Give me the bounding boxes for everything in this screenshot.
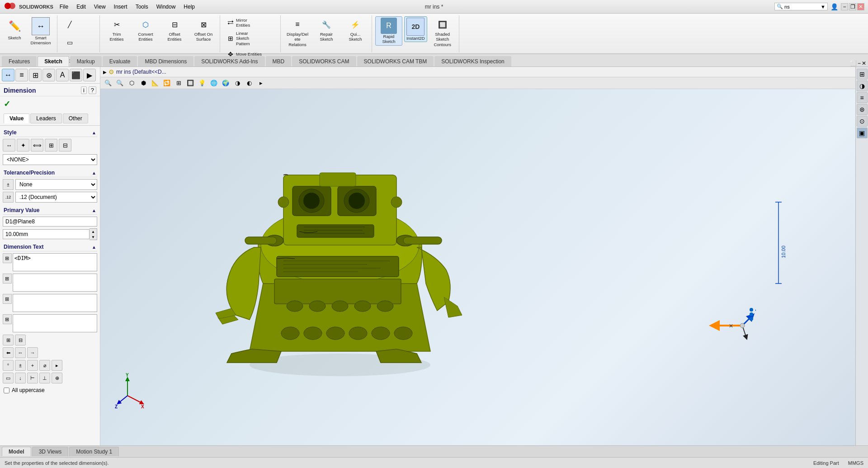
right-panel-btn-1[interactable]: ⊞ [857,69,868,80]
panel-help-icon[interactable]: i [81,86,87,94]
search-input[interactable] [784,4,821,9]
dim-text-link-icon-3[interactable]: ⊞ [3,294,12,304]
add-text-btn[interactable]: ⊞ [3,335,14,345]
quick-snaps-button[interactable]: ⚡ Qui... Sketch [342,16,369,43]
tab-mbd[interactable]: MBD [266,56,292,66]
tab-mbd-dimensions[interactable]: MBD Dimensions [138,56,193,66]
dim-text-link-icon-1[interactable]: ⊞ [3,253,12,263]
right-panel-btn-3[interactable]: ≡ [857,92,868,103]
restore-button[interactable]: ❐ [849,3,856,10]
panel-tab-layers[interactable]: ⬛ [70,69,82,81]
spin-up-button[interactable]: ▲ [90,229,97,234]
convert-entities-button[interactable]: ⬡ Convert Entities [132,16,159,43]
tab-sketch[interactable]: Sketch [38,56,69,66]
style-icon-2[interactable]: ✦ [17,139,29,151]
right-panel-btn-6[interactable]: ▣ [857,128,868,138]
sketch-button[interactable]: ✏️ Sketch [4,16,25,41]
tab-solidworks-inspection[interactable]: SOLIDWORKS Inspection [434,56,511,66]
panel-close-icon[interactable]: ✕ [862,60,866,66]
sec-btn-earth[interactable]: 🌍 [221,78,231,88]
dim-text-field4[interactable] [13,314,97,332]
primary-value-section-header[interactable]: Primary Value ▲ [3,205,97,215]
arr-btn[interactable]: ↓ [15,373,26,383]
repair-sketch-button[interactable]: 🔧 Repair Sketch [313,16,340,43]
right-panel-btn-5[interactable]: ⊙ [857,116,868,127]
sec-btn-hex[interactable]: ⬡ [127,78,137,88]
add2-btn[interactable]: ⊕ [52,373,62,383]
smart-dimension-button[interactable]: ↔ Smart Dimension [27,16,54,47]
style-icon-3[interactable]: ⟺ [31,139,43,151]
panel-tab-list[interactable]: ≡ [15,69,28,81]
panel-info-icon[interactable]: ? [89,86,96,94]
menu-help[interactable]: Help [180,3,198,11]
sec-btn-half[interactable]: ◑ [232,78,242,88]
tab-other[interactable]: Other [63,113,88,123]
sec-btn-zoom2[interactable]: 🔍 [115,78,125,88]
tab-leaders[interactable]: Leaders [30,113,61,123]
sec-btn-box[interactable]: 🔲 [185,78,195,88]
style-icon-5[interactable]: ⊟ [59,139,71,151]
dim-text-link-icon-2[interactable]: ⊞ [3,274,12,284]
sec-btn-display[interactable]: ◐ [244,78,254,88]
plusminus-btn[interactable]: ± [15,360,26,371]
diameter-btn[interactable]: ⌀ [39,360,50,371]
minimize-button[interactable]: − [841,3,848,10]
tab-solidworks-cam[interactable]: SOLIDWORKS CAM [292,56,356,66]
close-button[interactable]: ✕ [857,3,864,10]
display-delete-button[interactable]: ≡ Display/Delete Relations [284,16,311,48]
bottom-tab-motion[interactable]: Motion Study 1 [69,447,119,456]
viewport[interactable]: Y ✕ 10.00 [100,89,855,445]
panel-tab-symbol[interactable]: ⊛ [42,69,55,81]
panel-tab-grid[interactable]: ⊞ [29,69,42,81]
style-section-header[interactable]: Style ▲ [3,128,97,137]
style-icon-4[interactable]: ⊞ [45,139,57,151]
tab-evaluate[interactable]: Evaluate [103,56,137,66]
dim-text-link-icon-4[interactable]: ⊞ [3,314,12,324]
menu-insert[interactable]: Insert [110,3,131,11]
instant2d-button[interactable]: 2D Instant2D [404,16,427,42]
menu-tools[interactable]: Tools [132,3,152,11]
dimension-text-section-header[interactable]: Dimension Text ▲ [3,242,97,251]
menu-window[interactable]: Window [153,3,179,11]
tab-features[interactable]: Features [2,56,37,66]
panel-tab-annotation[interactable]: A [56,69,69,81]
sec-btn-light[interactable]: 💡 [197,78,207,88]
sec-btn-grid[interactable]: ⊞ [174,78,184,88]
align-right-btn[interactable]: → [27,347,38,358]
panel-tab-dimension[interactable]: ↔ [2,69,14,81]
mirror-entities-button[interactable]: ⮂ Mirror Entities [223,16,278,29]
linear-sketch-button[interactable]: ⊞ Linear Sketch Pattern [223,30,278,47]
right-panel-btn-2[interactable]: ◑ [857,80,868,91]
line-button[interactable]: ╱ [61,16,79,33]
sec-btn-rotate[interactable]: 🔁 [162,78,172,88]
degree-btn[interactable]: ° [3,360,14,371]
sec-btn-measure[interactable]: 📐 [150,78,160,88]
sec-btn-zoom[interactable]: 🔍 [103,78,113,88]
sec-btn-solid[interactable]: ⬢ [138,78,148,88]
accept-button[interactable]: ✓ [4,99,10,109]
primary-value-field2[interactable] [3,229,90,239]
panel-tab-expand[interactable]: ▶ [83,69,96,81]
vline-btn[interactable]: ⊢ [27,373,38,383]
trim-button[interactable]: ✂ Trim Entities [103,16,130,43]
remove-text-btn[interactable]: ⊟ [15,335,26,345]
tolerance-section-header[interactable]: Tolerance/Precision ▲ [3,168,97,177]
all-uppercase-checkbox[interactable] [4,388,9,393]
primary-value-field1[interactable] [3,217,97,227]
plus-btn[interactable]: + [27,360,38,371]
feature-tree-arrow[interactable]: ▶ [103,70,107,75]
offset-entities-button[interactable]: ⊟ Offset Entities [161,16,188,43]
bottom-tab-model[interactable]: Model [2,447,31,456]
menu-view[interactable]: View [90,3,109,11]
rapid-sketch-button[interactable]: R Rapid Sketch [375,16,402,46]
tab-value[interactable]: Value [4,113,29,123]
align-center-btn[interactable]: ↔ [15,347,26,358]
dim-text-field3[interactable] [13,294,97,312]
sec-btn-globe[interactable]: 🌐 [209,78,219,88]
user-icon[interactable]: 👤 [830,3,838,10]
dim-text-field2[interactable] [13,274,97,292]
menu-edit[interactable]: Edit [73,3,90,11]
spin-down-button[interactable]: ▼ [90,234,97,240]
right-panel-btn-4[interactable]: ⊛ [857,104,868,115]
shaded-contours-button[interactable]: 🔲 Shaded Sketch Contours [429,16,456,48]
